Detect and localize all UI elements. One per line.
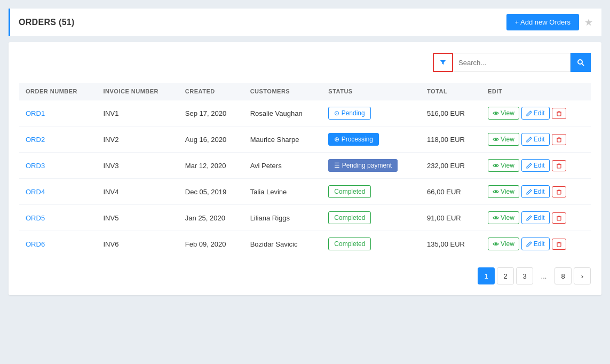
col-status: STATUS <box>322 83 421 100</box>
invoice-number-cell: INV2 <box>97 126 179 153</box>
created-cell: Dec 05, 2019 <box>179 179 244 205</box>
delete-button[interactable] <box>552 239 566 250</box>
add-new-orders-button[interactable]: + Add new Orders <box>506 14 579 30</box>
table-row: ORD6INV6Feb 09, 2020Bozidar SavicicCompl… <box>19 231 591 257</box>
action-group: View Edit <box>488 211 584 224</box>
order-number-link[interactable]: ORD2 <box>26 136 45 144</box>
page-2-button[interactable]: 2 <box>497 267 514 284</box>
page-wrapper: ORDERS (51) + Add new Orders ★ <box>0 0 610 304</box>
col-created: CREATED <box>179 83 244 100</box>
invoice-number-cell: INV6 <box>97 231 179 257</box>
total-cell: 232,00 EUR <box>421 153 481 179</box>
svg-rect-7 <box>557 164 561 168</box>
view-button[interactable]: View <box>488 133 519 146</box>
page-8-button[interactable]: 8 <box>554 267 572 284</box>
page-3-button[interactable]: 3 <box>516 267 533 284</box>
created-cell: Feb 09, 2020 <box>179 231 244 257</box>
action-group: View Edit <box>488 238 584 250</box>
order-number-link[interactable]: ORD3 <box>26 162 45 170</box>
view-button[interactable]: View <box>488 107 519 120</box>
page-ellipsis: ... <box>535 267 552 284</box>
view-button[interactable]: View <box>488 159 519 172</box>
col-invoice-number: INVOICE NUMBER <box>97 83 179 100</box>
order-number-link[interactable]: ORD1 <box>26 109 45 117</box>
table-row: ORD5INV5Jan 25, 2020Liliana RiggsComplet… <box>19 205 591 231</box>
edit-button[interactable]: Edit <box>521 185 550 198</box>
order-number-link[interactable]: ORD6 <box>26 240 45 248</box>
svg-rect-13 <box>557 243 561 247</box>
toolbar <box>19 53 591 72</box>
invoice-number-cell: INV5 <box>97 205 179 231</box>
total-cell: 135,00 EUR <box>421 231 481 257</box>
table-row: ORD4INV4Dec 05, 2019Talia LevineComplete… <box>19 179 591 205</box>
svg-point-4 <box>495 138 497 140</box>
orders-table: ORDER NUMBER INVOICE NUMBER CREATED CUST… <box>19 83 591 257</box>
col-total: TOTAL <box>421 83 481 100</box>
status-badge: Completed <box>328 185 371 198</box>
customers-cell: Bozidar Savicic <box>244 231 322 257</box>
page-1-button[interactable]: 1 <box>478 267 495 284</box>
customers-cell: Talia Levine <box>244 179 322 205</box>
order-number-link[interactable]: ORD4 <box>26 188 45 196</box>
status-badge: ☰ Pending payment <box>328 159 398 172</box>
header-actions: + Add new Orders ★ <box>506 14 593 30</box>
customers-cell: Liliana Riggs <box>244 205 322 231</box>
page-title: ORDERS (51) <box>19 18 75 27</box>
search-input[interactable] <box>453 53 571 72</box>
header-bar: ORDERS (51) + Add new Orders ★ <box>9 9 601 36</box>
status-badge: Completed <box>328 211 371 224</box>
filter-button[interactable] <box>433 53 453 72</box>
svg-rect-11 <box>557 217 561 220</box>
table-row: ORD3INV3Mar 12, 2020Avi Peters☰ Pending … <box>19 153 591 179</box>
total-cell: 91,00 EUR <box>421 205 481 231</box>
created-cell: Mar 12, 2020 <box>179 153 244 179</box>
page-next-button[interactable]: › <box>574 267 591 284</box>
edit-button[interactable]: Edit <box>521 211 550 224</box>
created-cell: Jan 25, 2020 <box>179 205 244 231</box>
edit-button[interactable]: Edit <box>521 107 550 120</box>
svg-point-10 <box>495 217 497 219</box>
col-edit: EDIT <box>481 83 591 100</box>
view-button[interactable]: View <box>488 185 519 198</box>
view-button[interactable]: View <box>488 238 519 250</box>
table-row: ORD1INV1Sep 17, 2020Rosalie Vaughan⊙ Pen… <box>19 100 591 126</box>
created-cell: Sep 17, 2020 <box>179 100 244 126</box>
table-header-row: ORDER NUMBER INVOICE NUMBER CREATED CUST… <box>19 83 591 100</box>
invoice-number-cell: INV3 <box>97 153 179 179</box>
total-cell: 66,00 EUR <box>421 179 481 205</box>
delete-button[interactable] <box>552 186 566 197</box>
action-group: View Edit <box>488 185 584 198</box>
svg-point-12 <box>495 243 497 245</box>
delete-button[interactable] <box>552 212 566 224</box>
delete-button[interactable] <box>552 160 566 171</box>
table-row: ORD2INV2Aug 16, 2020Maurice Sharpe⊕ Proc… <box>19 126 591 153</box>
invoice-number-cell: INV4 <box>97 179 179 205</box>
action-group: View Edit <box>488 159 584 172</box>
content-panel: ORDER NUMBER INVOICE NUMBER CREATED CUST… <box>9 42 601 295</box>
search-button[interactable] <box>571 53 591 72</box>
customers-cell: Rosalie Vaughan <box>244 100 322 126</box>
col-order-number: ORDER NUMBER <box>19 83 97 100</box>
delete-button[interactable] <box>552 134 566 145</box>
edit-button[interactable]: Edit <box>521 238 550 250</box>
svg-point-2 <box>495 112 497 114</box>
svg-point-6 <box>495 164 497 167</box>
view-button[interactable]: View <box>488 211 519 224</box>
delete-button[interactable] <box>552 108 566 119</box>
star-icon[interactable]: ★ <box>584 17 593 28</box>
created-cell: Aug 16, 2020 <box>179 126 244 153</box>
total-cell: 516,00 EUR <box>421 100 481 126</box>
svg-rect-5 <box>557 138 561 142</box>
order-number-link[interactable]: ORD5 <box>26 214 45 222</box>
status-badge: Completed <box>328 238 371 250</box>
invoice-number-cell: INV1 <box>97 100 179 126</box>
status-badge: ⊕ Processing <box>328 133 379 146</box>
edit-button[interactable]: Edit <box>521 133 550 146</box>
svg-rect-9 <box>557 191 561 194</box>
pagination: 1 2 3 ... 8 › <box>19 267 591 284</box>
edit-button[interactable]: Edit <box>521 159 550 172</box>
total-cell: 118,00 EUR <box>421 126 481 153</box>
svg-rect-3 <box>557 112 561 116</box>
customers-cell: Maurice Sharpe <box>244 126 322 153</box>
svg-point-0 <box>578 60 582 64</box>
